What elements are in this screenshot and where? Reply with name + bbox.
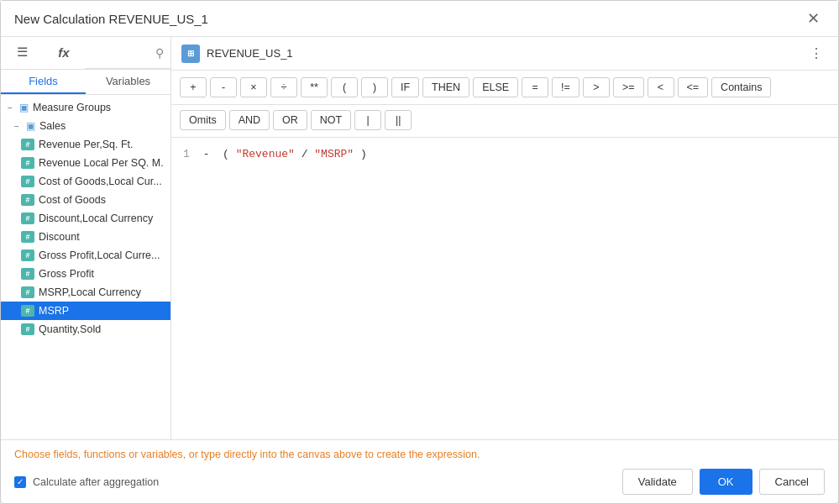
field-icon: # (21, 139, 34, 150)
op-then[interactable]: THEN (422, 77, 469, 97)
field-icon: # (21, 231, 34, 243)
list-item[interactable]: # Discount (1, 228, 170, 246)
expand-icon: − (14, 122, 23, 131)
op-open-paren[interactable]: ( (331, 77, 358, 97)
right-panel: ⊞ REVENUE_US_1 ⋮ + - × ÷ ** ( ) IF THEN … (171, 37, 838, 439)
checkmark-icon: ✓ (17, 477, 24, 486)
tab-fields[interactable]: Fields (1, 70, 86, 94)
hint-text: Choose fields, functions or variables, o… (14, 449, 825, 460)
list-item[interactable]: # MSRP,Local Currency (1, 283, 170, 302)
op-or[interactable]: OR (273, 110, 307, 130)
tree-sales[interactable]: − ▣ Sales (1, 117, 170, 135)
field-icon: # (21, 157, 34, 169)
new-calculation-dialog: New Calculation REVENUE_US_1 ✕ ☰ fx ⚲ Fi… (0, 0, 839, 504)
line-number: 1 (183, 148, 190, 160)
field-icon: # (21, 213, 34, 224)
footer-actions: ✓ Calculate after aggregation Validate O… (14, 469, 825, 495)
op-multiply[interactable]: × (240, 77, 267, 97)
footer-buttons: Validate OK Cancel (622, 469, 825, 495)
folder-icon: ▣ (19, 102, 29, 113)
op-double-pipe[interactable]: || (385, 110, 412, 130)
op-and[interactable]: AND (229, 110, 270, 130)
calculate-after-aggregation-checkbox[interactable]: ✓ (14, 476, 26, 488)
tree-label: Cost of Goods,Local Cur... (39, 176, 162, 187)
list-item[interactable]: # Cost of Goods (1, 191, 170, 209)
op-else[interactable]: ELSE (473, 77, 518, 97)
canvas-expression: - ( "Revenue" / "MSRP" ) (203, 148, 367, 160)
formula-canvas[interactable]: 1 - ( "Revenue" / "MSRP" ) (171, 138, 838, 439)
operators-bar-1: + - × ÷ ** ( ) IF THEN ELSE = != > >= < … (171, 71, 838, 105)
op-lt[interactable]: < (648, 77, 674, 97)
field-icon: # (21, 268, 34, 280)
expand-icon: − (8, 103, 16, 113)
fx-icon-button[interactable]: fx (43, 37, 85, 69)
left-panel-icons: ☰ fx ⚲ (1, 37, 170, 70)
validate-button[interactable]: Validate (622, 469, 693, 495)
operators-bar-2: Omits AND OR NOT | || (171, 105, 838, 138)
op-omits[interactable]: Omits (180, 110, 226, 130)
tree-label: Revenue Per,Sq. Ft. (39, 139, 134, 150)
list-item-msrp[interactable]: # MSRP (1, 302, 170, 320)
dialog-body: ☰ fx ⚲ Fields Variables − ▣ Measure Grou… (1, 37, 838, 439)
tree-container: − ▣ Measure Groups − ▣ Sales # Revenue P… (1, 95, 170, 439)
field-icon: # (21, 249, 34, 261)
dialog-header: New Calculation REVENUE_US_1 ✕ (1, 1, 838, 37)
dialog-footer: Choose fields, functions or variables, o… (1, 439, 838, 503)
search-icon[interactable]: ⚲ (155, 46, 164, 60)
tree-label: Sales (39, 120, 66, 132)
tree-label: Measure Groups (33, 102, 111, 113)
list-item[interactable]: # Gross Profit,Local Curre... (1, 246, 170, 265)
op-if[interactable]: IF (391, 77, 419, 97)
op-pipe[interactable]: | (354, 110, 381, 130)
list-item[interactable]: # Cost of Goods,Local Cur... (1, 172, 170, 191)
cancel-button[interactable]: Cancel (759, 469, 825, 495)
ok-button[interactable]: OK (700, 469, 752, 495)
op-contains[interactable]: Contains (711, 77, 771, 97)
list-icon-button[interactable]: ☰ (1, 37, 43, 69)
op-gt[interactable]: > (583, 77, 610, 97)
dialog-title: New Calculation REVENUE_US_1 (14, 12, 208, 26)
op-not[interactable]: NOT (311, 110, 351, 130)
field-icon: # (21, 323, 34, 335)
formula-header: ⊞ REVENUE_US_1 ⋮ (171, 37, 838, 71)
tree-measure-groups[interactable]: − ▣ Measure Groups (1, 98, 170, 117)
op-power[interactable]: ** (301, 77, 328, 97)
op-divide[interactable]: ÷ (270, 77, 297, 97)
tree-label: Gross Profit,Local Curre... (39, 249, 160, 261)
tree-label: Gross Profit (39, 268, 94, 280)
field-icon: # (21, 194, 34, 206)
op-close-paren[interactable]: ) (361, 77, 388, 97)
op-minus[interactable]: - (210, 77, 237, 97)
close-button[interactable]: ✕ (802, 9, 825, 28)
op-gte[interactable]: >= (613, 77, 644, 97)
op-eq[interactable]: = (522, 77, 548, 97)
field-icon: # (21, 176, 34, 187)
field-icon: # (21, 305, 34, 317)
tree-label: Revenue Local Per SQ. M. (39, 157, 164, 169)
more-options-button[interactable]: ⋮ (805, 44, 828, 63)
tree-label: MSRP (39, 305, 69, 317)
tab-variables[interactable]: Variables (86, 70, 170, 94)
list-item[interactable]: # Gross Profit (1, 265, 170, 283)
formula-icon: ⊞ (181, 45, 200, 63)
list-item[interactable]: # Revenue Local Per SQ. M. (1, 154, 170, 172)
checkbox-row: ✓ Calculate after aggregation (14, 476, 159, 488)
tree-label: MSRP,Local Currency (39, 286, 141, 298)
op-neq[interactable]: != (552, 77, 579, 97)
tree-label: Quantity,Sold (39, 323, 101, 335)
op-plus[interactable]: + (180, 77, 207, 97)
left-panel: ☰ fx ⚲ Fields Variables − ▣ Measure Grou… (1, 37, 171, 439)
field-icon: # (21, 286, 34, 298)
list-item[interactable]: # Quantity,Sold (1, 320, 170, 339)
list-item[interactable]: # Revenue Per,Sq. Ft. (1, 135, 170, 154)
folder-icon: ▣ (26, 120, 35, 132)
op-lte[interactable]: <= (678, 77, 709, 97)
checkbox-label: Calculate after aggregation (33, 476, 159, 488)
tree-label: Discount,Local Currency (39, 213, 153, 224)
tree-label: Cost of Goods (39, 194, 106, 206)
list-item[interactable]: # Discount,Local Currency (1, 209, 170, 228)
tree-label: Discount (39, 231, 80, 243)
tabs-row: Fields Variables (1, 70, 170, 95)
formula-name: REVENUE_US_1 (207, 47, 805, 60)
